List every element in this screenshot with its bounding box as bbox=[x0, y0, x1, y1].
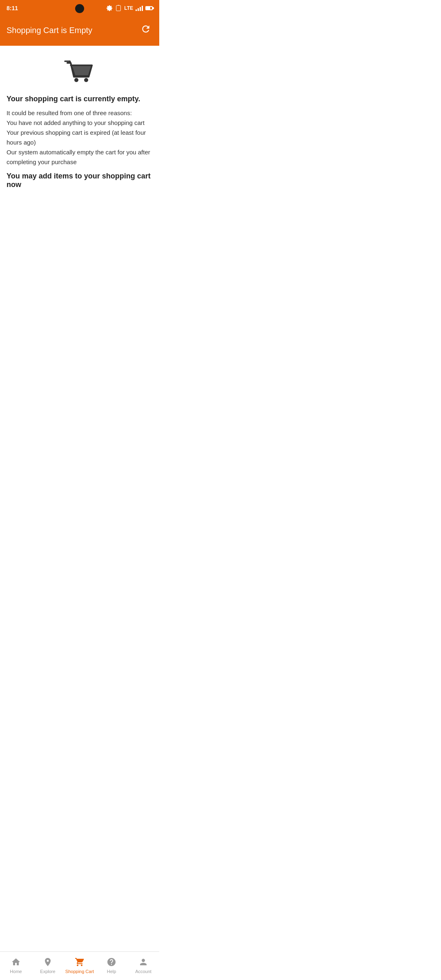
status-icons: LTE bbox=[106, 5, 153, 11]
reason-2: Your previous shopping cart is expired (… bbox=[7, 128, 153, 147]
app-header: Shopping Cart is Empty bbox=[0, 16, 159, 46]
empty-cart-cta: You may add items to your shopping cart … bbox=[7, 172, 153, 189]
reason-3: Our system automatically empty the cart … bbox=[7, 147, 153, 167]
battery-icon bbox=[145, 6, 153, 10]
sim-icon bbox=[115, 5, 122, 11]
svg-rect-1 bbox=[116, 5, 121, 11]
reason-intro: It could be resulted from one of three r… bbox=[7, 108, 153, 118]
camera-notch bbox=[75, 4, 84, 13]
status-time: 8:11 bbox=[7, 5, 18, 11]
svg-line-5 bbox=[70, 61, 71, 63]
refresh-icon bbox=[140, 24, 151, 34]
svg-point-2 bbox=[74, 78, 78, 82]
empty-cart-illustration bbox=[7, 58, 153, 87]
svg-point-3 bbox=[84, 78, 88, 82]
settings-icon bbox=[106, 5, 113, 11]
lte-badge: LTE bbox=[124, 5, 133, 11]
main-content: Your shopping cart is currently empty. I… bbox=[0, 46, 159, 197]
empty-cart-reasons: It could be resulted from one of three r… bbox=[7, 108, 153, 167]
signal-bars bbox=[136, 5, 143, 11]
refresh-button[interactable] bbox=[139, 22, 153, 38]
page-title: Shopping Cart is Empty bbox=[7, 26, 92, 35]
cart-icon bbox=[63, 58, 96, 87]
empty-cart-heading: Your shopping cart is currently empty. bbox=[7, 95, 153, 103]
reason-1: You have not added anything to your shop… bbox=[7, 118, 153, 128]
